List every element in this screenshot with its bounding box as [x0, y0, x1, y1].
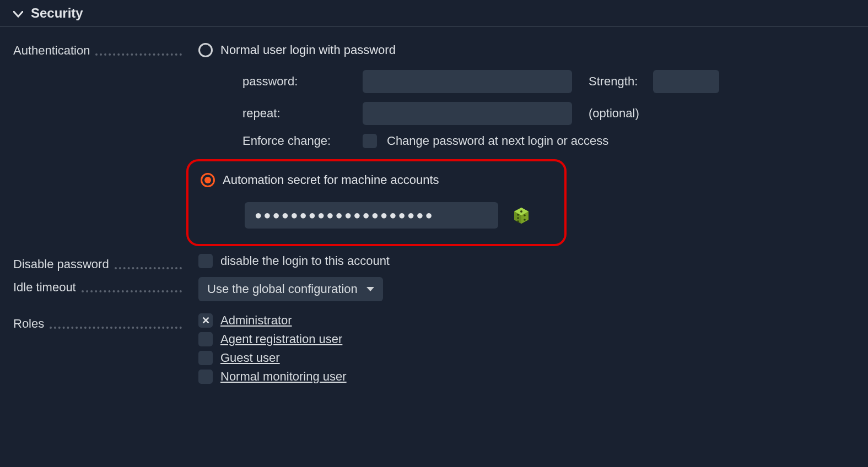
dropdown-icon [366, 287, 374, 291]
role-link[interactable]: Normal monitoring user [220, 370, 347, 384]
automation-secret-highlight: Automation secret for machine accounts [186, 159, 567, 246]
auth-option-automation-label: Automation secret for machine accounts [223, 173, 439, 187]
role-link[interactable]: Guest user [220, 351, 280, 365]
strength-meter [653, 70, 719, 93]
repeat-input[interactable] [363, 102, 572, 125]
role-checkbox[interactable] [198, 351, 213, 365]
dots-filler [82, 283, 182, 292]
idle-timeout-value: Use the global configuration [207, 282, 358, 296]
role-item: Administrator [198, 313, 855, 328]
chevron-down-icon [13, 6, 23, 21]
auth-option-normal-label: Normal user login with password [220, 43, 396, 57]
svg-point-7 [517, 214, 519, 216]
dots-filler [115, 259, 182, 269]
role-link[interactable]: Agent registration user [220, 332, 342, 346]
field-idle-timeout: Idle timeout Use the global configuratio… [13, 277, 855, 301]
svg-point-8 [517, 217, 519, 219]
auth-option-normal[interactable]: Normal user login with password [198, 40, 855, 60]
role-checkbox[interactable] [198, 313, 213, 328]
svg-point-9 [517, 220, 519, 222]
enforce-checkbox-label: Change password at next login or access [387, 134, 608, 148]
enforce-label: Enforce change: [242, 134, 353, 148]
password-label: password: [242, 74, 353, 89]
disable-password-checkbox[interactable] [198, 254, 213, 268]
section-title: Security [31, 6, 83, 21]
svg-point-4 [520, 210, 522, 213]
radio-icon-selected [201, 173, 215, 187]
svg-point-6 [524, 219, 526, 221]
automation-secret-input[interactable] [245, 202, 498, 229]
auth-option-automation[interactable]: Automation secret for machine accounts [201, 170, 552, 190]
password-input[interactable] [363, 70, 572, 93]
field-authentication: Authentication Normal user login with pa… [13, 40, 855, 246]
field-roles: Roles Administrator Agent registration u… [13, 313, 855, 384]
idle-timeout-select[interactable]: Use the global configuration [198, 277, 383, 301]
field-disable-password: Disable password disable the login to th… [13, 254, 855, 271]
strength-label: Strength: [589, 74, 638, 89]
enforce-checkbox[interactable] [363, 134, 377, 148]
svg-point-5 [524, 214, 526, 216]
section-header[interactable]: Security [0, 0, 868, 27]
repeat-label: repeat: [242, 106, 353, 121]
password-subform: password: Strength: repeat: (optional) E… [242, 70, 855, 148]
dots-filler [50, 319, 182, 329]
idle-timeout-label: Idle timeout [13, 280, 76, 295]
role-checkbox[interactable] [198, 370, 213, 384]
role-link[interactable]: Administrator [220, 313, 292, 328]
optional-label: (optional) [589, 106, 639, 121]
authentication-label: Authentication [13, 44, 90, 58]
roles-label: Roles [13, 317, 44, 331]
dots-filler [95, 46, 182, 56]
radio-icon [198, 43, 213, 57]
role-item: Guest user [198, 351, 855, 365]
role-item: Agent registration user [198, 332, 855, 346]
dice-icon[interactable] [511, 205, 531, 225]
disable-password-label: Disable password [13, 257, 109, 271]
role-item: Normal monitoring user [198, 370, 855, 384]
role-checkbox[interactable] [198, 332, 213, 346]
disable-password-checkbox-label: disable the login to this account [220, 254, 390, 268]
